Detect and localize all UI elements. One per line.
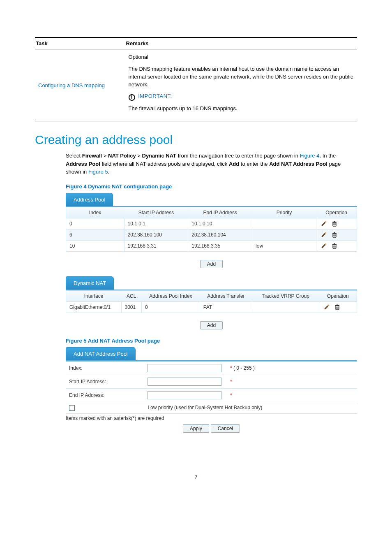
col-interface: Interface bbox=[66, 290, 122, 301]
svg-rect-10 bbox=[334, 232, 335, 233]
figure4-screenshot: Address Pool Index Start IP Address End … bbox=[66, 193, 357, 329]
end-ip-input[interactable] bbox=[148, 391, 221, 399]
col-operation: Operation bbox=[319, 290, 357, 301]
intro-paragraph: Select Firewall > NAT Policy > Dynamic N… bbox=[66, 152, 357, 176]
important-line: ! IMPORTANT: bbox=[129, 93, 354, 101]
index-hint: * ( 0 - 255 ) bbox=[229, 365, 255, 371]
figure4-link[interactable]: Figure 4 bbox=[300, 153, 320, 159]
delete-icon[interactable] bbox=[331, 243, 338, 249]
important-icon: ! bbox=[129, 94, 135, 101]
task-header: Task bbox=[35, 37, 125, 49]
add-nat-address-pool-tab[interactable]: Add NAT Address Pool bbox=[66, 347, 136, 360]
svg-rect-17 bbox=[334, 243, 335, 244]
page-number: 7 bbox=[35, 474, 357, 480]
col-operation: Operation bbox=[316, 207, 357, 218]
required-asterisk: * bbox=[230, 379, 232, 385]
address-pool-table: Index Start IP Address End IP Address Pr… bbox=[66, 207, 357, 252]
important-text: The firewall supports up to 16 DNS mappi… bbox=[129, 105, 354, 113]
add-form-table: Index: * ( 0 - 255 ) Start IP Address: *… bbox=[66, 361, 357, 414]
figure5-link[interactable]: Figure 5 bbox=[88, 169, 108, 175]
start-ip-label: Start IP Address: bbox=[66, 375, 144, 388]
edit-icon[interactable] bbox=[321, 243, 327, 249]
edit-icon[interactable] bbox=[321, 220, 327, 227]
index-label: Index: bbox=[66, 361, 144, 375]
low-priority-checkbox[interactable] bbox=[69, 405, 75, 411]
col-acl: ACL bbox=[121, 290, 142, 301]
cancel-button[interactable]: Cancel bbox=[211, 424, 240, 433]
low-priority-label: Low priority (used for Dual-System Hot B… bbox=[144, 402, 357, 413]
important-label: IMPORTANT: bbox=[138, 93, 172, 99]
required-note: Items marked with an asterisk(*) are req… bbox=[66, 415, 357, 421]
col-index: Index bbox=[66, 207, 125, 218]
index-input[interactable] bbox=[148, 364, 221, 372]
figure5-caption: Figure 5 Add NAT Address Pool page bbox=[66, 338, 357, 344]
edit-icon[interactable] bbox=[324, 304, 330, 311]
start-ip-input[interactable] bbox=[148, 378, 221, 386]
end-ip-label: End IP Address: bbox=[66, 388, 144, 402]
svg-rect-24 bbox=[337, 304, 338, 305]
delete-icon[interactable] bbox=[331, 220, 338, 227]
delete-icon[interactable] bbox=[334, 304, 341, 311]
apply-button[interactable]: Apply bbox=[183, 424, 209, 433]
col-start-ip: Start IP Address bbox=[124, 207, 188, 218]
table-row: 6 202.38.160.100 202.38.160.104 bbox=[66, 229, 357, 240]
section-heading: Creating an address pool bbox=[35, 133, 357, 147]
col-address-transfer: Address Transfer bbox=[200, 290, 252, 301]
add-dynamic-nat-button[interactable]: Add bbox=[200, 321, 223, 329]
table-row: 10 192.168.3.31 192.168.3.35 low bbox=[66, 240, 357, 251]
add-address-pool-button[interactable]: Add bbox=[200, 260, 223, 268]
edit-icon[interactable] bbox=[321, 232, 327, 238]
col-tracked-vrrp: Tracked VRRP Group bbox=[252, 290, 319, 301]
col-address-pool-index: Address Pool Index bbox=[142, 290, 200, 301]
address-pool-tab[interactable]: Address Pool bbox=[66, 193, 113, 206]
svg-rect-3 bbox=[334, 221, 335, 222]
col-priority: Priority bbox=[252, 207, 316, 218]
figure5-screenshot: Add NAT Address Pool Index: * ( 0 - 255 … bbox=[66, 347, 357, 433]
optional-label: Optional bbox=[129, 53, 354, 61]
table-row: GigabitEthernet0/1 3001 0 PAT bbox=[66, 301, 357, 313]
table-row: 0 10.1.0.1 10.1.0.10 bbox=[66, 218, 357, 229]
remarks-header: Remarks bbox=[125, 37, 357, 49]
dynamic-nat-table: Interface ACL Address Pool Index Address… bbox=[66, 290, 357, 313]
figure4-caption: Figure 4 Dynamic NAT configuration page bbox=[66, 183, 357, 190]
dynamic-nat-tab[interactable]: Dynamic NAT bbox=[66, 276, 114, 290]
delete-icon[interactable] bbox=[331, 232, 338, 238]
configuring-dns-mapping-link[interactable]: Configuring a DNS mapping bbox=[38, 82, 105, 88]
col-end-ip: End IP Address bbox=[188, 207, 252, 218]
required-asterisk: * bbox=[230, 392, 232, 398]
task-remarks-table: Task Remarks Configuring a DNS mapping O… bbox=[35, 37, 357, 121]
dns-mapping-description: The DNS mapping feature enables an inter… bbox=[129, 65, 354, 89]
